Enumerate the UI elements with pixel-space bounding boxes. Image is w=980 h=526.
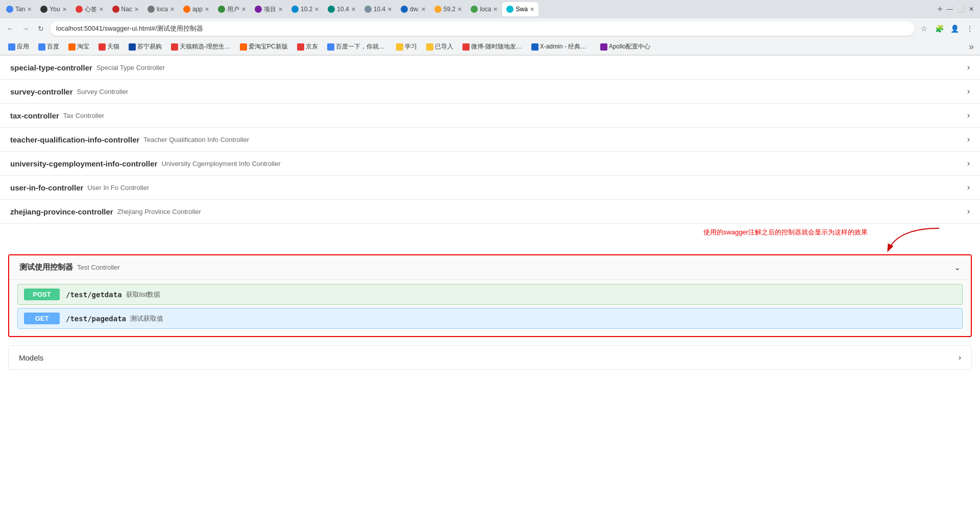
tab-close-xinzhi[interactable]: ✕ xyxy=(99,6,104,13)
tab-close-nac[interactable]: ✕ xyxy=(134,6,139,13)
menu-icon[interactable]: ⋮ xyxy=(964,22,976,35)
controller-name-special-type: special-type-controller xyxy=(10,63,92,72)
tab-tan[interactable]: Tan ✕ xyxy=(2,2,36,16)
tab-close-104[interactable]: ✕ xyxy=(351,6,356,13)
bookmark-star-icon[interactable]: ☆ xyxy=(918,22,930,35)
tab-close-proj[interactable]: ✕ xyxy=(278,6,283,13)
bookmark-item-3[interactable]: 天猫 xyxy=(94,41,124,52)
controller-name-teacher: teacher-qualification-info-controller xyxy=(10,135,139,144)
controller-name-user-info: user-in-fo-controller xyxy=(10,183,83,192)
controller-row-teacher[interactable]: teacher-qualification-info-controller Te… xyxy=(0,128,980,152)
tab-swa[interactable]: Swa ✕ xyxy=(502,2,538,16)
tab-102[interactable]: 10.2 ✕ xyxy=(287,2,323,16)
bookmark-item-4[interactable]: 苏宁易购 xyxy=(125,41,166,52)
tab-close-592[interactable]: ✕ xyxy=(457,6,462,13)
tab-favicon-dw xyxy=(401,6,408,13)
close-button[interactable]: ✕ xyxy=(969,6,974,13)
bookmark-item-13[interactable]: Apollo配置中心 xyxy=(596,41,654,52)
window-controls: — ⬜ ✕ xyxy=(947,6,978,13)
tab-1041[interactable]: 10.4 ✕ xyxy=(360,2,396,16)
profile-icon[interactable]: 👤 xyxy=(948,22,961,35)
address-input[interactable] xyxy=(50,21,915,36)
bookmark-favicon-12 xyxy=(531,43,538,51)
tab-nac[interactable]: Nac ✕ xyxy=(108,2,143,16)
tab-close-1041[interactable]: ✕ xyxy=(387,6,392,13)
tab-label-nac: Nac xyxy=(121,6,132,13)
tab-close-dw[interactable]: ✕ xyxy=(421,6,426,13)
bookmark-item-12[interactable]: X-admin - 经典前... xyxy=(527,41,595,52)
highlighted-controller-name: 测试使用控制器 xyxy=(19,262,73,272)
tab-loca2[interactable]: loca ✕ xyxy=(467,2,502,16)
tab-proj[interactable]: 项目 ✕ xyxy=(251,2,287,16)
tab-favicon-xinzhi xyxy=(76,6,83,13)
tab-xinzhi[interactable]: 心签 ✕ xyxy=(71,2,108,16)
models-label: Models xyxy=(19,353,43,362)
highlighted-controller-body: POST /test/getdata 获取list数据 GET /test/pa… xyxy=(9,280,971,336)
bookmark-label-7: 京东 xyxy=(306,42,318,51)
highlighted-controller-header[interactable]: 测试使用控制器 Test Controller ⌄ xyxy=(9,255,971,280)
tab-favicon-1041 xyxy=(364,6,372,13)
bookmark-item-0[interactable]: 应用 xyxy=(4,41,33,52)
bookmark-label-2: 淘宝 xyxy=(77,42,89,51)
tab-592[interactable]: 59.2 ✕ xyxy=(430,2,466,16)
bookmark-item-10[interactable]: 已导入 xyxy=(422,41,457,52)
controller-arrow-user-info: › xyxy=(967,183,970,192)
bookmark-item-11[interactable]: 微博-随时随地发现... xyxy=(458,41,526,52)
tab-close-you[interactable]: ✕ xyxy=(62,6,67,13)
bookmark-item-7[interactable]: 京东 xyxy=(293,41,322,52)
bookmark-favicon-8 xyxy=(327,43,334,51)
bookmark-item-2[interactable]: 淘宝 xyxy=(64,41,93,52)
controller-row-special-type[interactable]: special-type-controller Special Type Con… xyxy=(0,56,980,80)
controller-row-zhejiang[interactable]: zhejiang-province-controller Zhejiang Pr… xyxy=(0,200,980,224)
bookmark-favicon-1 xyxy=(38,43,45,51)
endpoint-row-0[interactable]: POST /test/getdata 获取list数据 xyxy=(17,284,963,305)
controller-name-university: university-cgemployment-info-controller xyxy=(10,159,157,168)
tab-close-loca[interactable]: ✕ xyxy=(170,6,175,13)
tab-close-loca2[interactable]: ✕ xyxy=(493,6,498,13)
back-button[interactable]: ← xyxy=(4,22,16,35)
tab-app[interactable]: app ✕ xyxy=(179,2,213,16)
controller-arrow-zhejiang: › xyxy=(967,207,970,216)
tab-you[interactable]: You ✕ xyxy=(36,2,70,16)
endpoint-row-1[interactable]: GET /test/pagedata 测试获取值 xyxy=(17,308,963,329)
tab-close-app[interactable]: ✕ xyxy=(205,6,209,13)
bookmark-label-10: 已导入 xyxy=(435,42,453,51)
tab-loca[interactable]: loca ✕ xyxy=(143,2,179,16)
bookmark-item-1[interactable]: 百度 xyxy=(34,41,63,52)
bookmark-item-8[interactable]: 百度一下，你就知道 xyxy=(323,41,391,52)
tab-close-tan[interactable]: ✕ xyxy=(27,6,32,13)
tab-dw[interactable]: dw. ✕ xyxy=(397,2,430,16)
tab-favicon-loca xyxy=(148,6,155,13)
maximize-button[interactable]: ⬜ xyxy=(957,6,965,13)
bookmark-item-9[interactable]: 学习 xyxy=(392,41,421,52)
tab-favicon-yonghu xyxy=(218,6,225,13)
bookmarks-more-button[interactable]: » xyxy=(967,41,976,52)
new-tab-button[interactable]: + xyxy=(933,4,947,15)
reload-button[interactable]: ↻ xyxy=(35,22,47,35)
extension-puzzle-icon[interactable]: 🧩 xyxy=(933,22,945,35)
tab-close-swa[interactable]: ✕ xyxy=(530,6,534,13)
bookmark-label-1: 百度 xyxy=(47,42,59,51)
bookmark-item-6[interactable]: 爱淘宝PC新版 xyxy=(236,41,292,52)
tab-yonghu[interactable]: 用户 ✕ xyxy=(214,2,250,16)
controller-row-tax[interactable]: tax-controller Tax Controller › xyxy=(0,104,980,128)
minimize-button[interactable]: — xyxy=(947,6,953,13)
tab-close-102[interactable]: ✕ xyxy=(314,6,319,13)
method-badge-1: GET xyxy=(24,313,60,324)
controller-arrow-special-type: › xyxy=(967,63,970,72)
models-row[interactable]: Models › xyxy=(8,345,972,370)
forward-button[interactable]: → xyxy=(19,22,32,35)
tab-104[interactable]: 10.4 ✕ xyxy=(324,2,359,16)
controller-row-user-info[interactable]: user-in-fo-controller User In Fo Control… xyxy=(0,176,980,200)
controller-row-university[interactable]: university-cgemployment-info-controller … xyxy=(0,152,980,176)
controller-row-survey[interactable]: survey-controller Survey Controller › xyxy=(0,80,980,104)
endpoint-desc-1: 测试获取值 xyxy=(130,314,163,323)
address-bar-row: ← → ↻ ☆ 🧩 👤 ⋮ xyxy=(0,18,980,39)
bookmark-item-5[interactable]: 天猫精选-理想生活... xyxy=(167,41,235,52)
browser-chrome: Tan ✕ You ✕ 心签 ✕ Nac ✕ loca ✕ app ✕ 用户 ✕… xyxy=(0,0,980,56)
bookmark-favicon-13 xyxy=(600,43,607,51)
tab-close-yonghu[interactable]: ✕ xyxy=(241,6,246,13)
swagger-content: special-type-controller Special Type Con… xyxy=(0,56,980,370)
controller-desc-special-type: Special Type Controller xyxy=(96,64,165,71)
controller-desc-university: University Cgemployment Info Controller xyxy=(161,160,280,168)
